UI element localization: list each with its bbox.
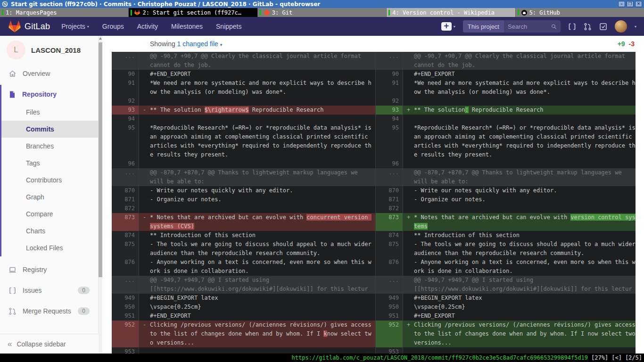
github-favicon bbox=[521, 10, 527, 16]
line-number[interactable]: 90 bbox=[112, 70, 139, 79]
tab-bar: 1: MarquesPages 2: Start git section (ff… bbox=[0, 8, 644, 17]
line-number[interactable]: 873 bbox=[112, 213, 139, 231]
chevron-down-icon[interactable]: ▾ bbox=[635, 25, 636, 29]
todos-icon[interactable] bbox=[599, 23, 607, 31]
sidebar-item-branches[interactable]: Branches bbox=[1, 138, 98, 155]
nav-groups[interactable]: Groups bbox=[102, 23, 124, 30]
sidebar-item-graph[interactable]: Graph bbox=[1, 189, 98, 206]
line-number[interactable]: 871 bbox=[376, 195, 403, 204]
sidebar-item-locked-files[interactable]: Locked Files bbox=[1, 239, 98, 256]
sidebar-item-registry[interactable]: Registry bbox=[0, 261, 98, 278]
sidebar-item-repository[interactable]: Repository bbox=[1, 85, 98, 104]
tab-3[interactable]: 3: Git bbox=[257, 8, 386, 17]
line-number[interactable]: 950 bbox=[376, 303, 403, 312]
line-number[interactable]: 953 bbox=[376, 347, 403, 354]
project-header[interactable]: L LASCON_2018 bbox=[0, 36, 98, 65]
sidebar-item-files[interactable]: Files bbox=[1, 104, 98, 121]
line-number[interactable]: 91 bbox=[112, 79, 139, 97]
sidebar-item-contributors[interactable]: Contributors bbox=[1, 172, 98, 189]
inline-diff-highlight: : bbox=[465, 107, 468, 113]
sidebar-item-compare[interactable]: Compare bbox=[1, 206, 98, 222]
chevron-down-icon: ▾ bbox=[454, 25, 455, 29]
scrollbar-up-arrow[interactable] bbox=[99, 37, 102, 40]
tab-1[interactable]: 1: MarquesPages bbox=[0, 8, 128, 17]
nav-snippets[interactable]: Snippets bbox=[216, 23, 241, 30]
scrollbar-thumb[interactable] bbox=[99, 42, 102, 277]
diff-code-cell: ** Introduction of this section bbox=[403, 231, 636, 240]
diff-code-cell: #+BEGIN_EXPORT latex bbox=[403, 294, 636, 303]
line-number[interactable]: 870 bbox=[112, 186, 139, 195]
line-number[interactable]: 875 bbox=[376, 240, 403, 258]
merge-request-icon[interactable] bbox=[584, 23, 592, 31]
sidebar-item-issues[interactable]: Issues 0 bbox=[0, 282, 98, 299]
nav-activity[interactable]: Activity bbox=[137, 23, 158, 30]
line-number[interactable]: 93 bbox=[112, 106, 139, 115]
tab-index-indicator: [2/5] bbox=[625, 354, 642, 361]
diff-row: 873+* Notes that are archived but can ev… bbox=[376, 213, 636, 231]
line-number[interactable]: 951 bbox=[112, 312, 139, 321]
gitlab-brand-name: GitLab bbox=[25, 22, 50, 32]
sidebar-item-tags[interactable]: Tags bbox=[1, 155, 98, 172]
line-number[interactable]: 874 bbox=[112, 231, 139, 240]
line-number[interactable]: 872 bbox=[376, 204, 403, 213]
line-number[interactable]: 949 bbox=[112, 294, 139, 303]
line-number[interactable]: 94 bbox=[112, 115, 139, 123]
maximize-button[interactable]: ❐ bbox=[627, 1, 634, 7]
line-number[interactable]: 93 bbox=[376, 106, 403, 115]
line-number[interactable]: 951 bbox=[376, 312, 403, 321]
diff-code-cell: -** The solution $\rightarrow$ Reproduci… bbox=[139, 106, 375, 115]
line-number[interactable]: 952 bbox=[376, 321, 403, 347]
line-number[interactable]: 876 bbox=[376, 258, 403, 276]
diff-code-cell: +* Notes that are archived but can evolv… bbox=[403, 213, 636, 231]
line-number[interactable]: 95 bbox=[112, 123, 139, 159]
nav-projects[interactable]: Projects▾ bbox=[61, 23, 89, 30]
sidebar-item-overview[interactable]: Overview bbox=[0, 65, 98, 82]
tab-2-selected[interactable]: 2: Start git section (ff927c… bbox=[128, 8, 257, 17]
sidebar-scrollbar[interactable] bbox=[99, 36, 102, 354]
line-number[interactable]: 96 bbox=[376, 159, 403, 168]
gitlab-brand[interactable]: GitLab bbox=[8, 21, 50, 33]
line-number[interactable]: 949 bbox=[376, 294, 403, 303]
line-number[interactable]: 90 bbox=[376, 70, 403, 79]
issues-icon[interactable] bbox=[568, 23, 576, 31]
minimize-button[interactable]: – bbox=[618, 1, 625, 7]
user-avatar[interactable] bbox=[615, 20, 627, 33]
line-number[interactable]: 872 bbox=[112, 204, 139, 213]
line-number[interactable]: 875 bbox=[112, 240, 139, 258]
line-number: ... bbox=[376, 168, 403, 186]
line-number[interactable]: 953 bbox=[112, 347, 139, 354]
sidebar-item-charts[interactable]: Charts bbox=[1, 222, 98, 239]
diff-row: 871- Organize our notes. bbox=[112, 195, 375, 204]
collapse-sidebar-button[interactable]: « Collapse sidebar bbox=[0, 334, 99, 354]
line-number[interactable]: 92 bbox=[376, 97, 403, 106]
tab-4[interactable]: 4: Version control - Wikipedia bbox=[386, 8, 515, 17]
changed-files-link[interactable]: 1 changed file ▾ bbox=[177, 40, 223, 48]
line-number[interactable]: 96 bbox=[112, 159, 139, 168]
line-number[interactable]: 952 bbox=[112, 321, 139, 347]
line-number[interactable]: 876 bbox=[112, 258, 139, 276]
line-number[interactable]: 873 bbox=[376, 213, 403, 231]
diff-code-cell bbox=[139, 159, 375, 168]
line-number[interactable]: 95 bbox=[376, 123, 403, 159]
inline-diff-highlight: k bbox=[323, 330, 327, 337]
sidebar-item-commits[interactable]: Commits bbox=[1, 121, 98, 138]
nav-milestones[interactable]: Milestones bbox=[171, 23, 203, 30]
issues-count-badge: 0 bbox=[78, 287, 90, 294]
line-number[interactable]: 874 bbox=[376, 231, 403, 240]
search-input[interactable] bbox=[508, 23, 551, 30]
new-menu-button[interactable]: + ▾ bbox=[441, 22, 455, 31]
diff-row: 876- Anyone working on a text is concern… bbox=[112, 258, 375, 276]
diff-stats: +9 -3 bbox=[618, 40, 635, 48]
line-number[interactable]: 92 bbox=[112, 97, 139, 106]
line-number[interactable]: 94 bbox=[376, 115, 403, 123]
diff-code-cell bbox=[139, 347, 375, 354]
sidebar-item-merge-requests[interactable]: Merge Requests 0 bbox=[0, 303, 98, 320]
line-number[interactable]: 871 bbox=[112, 195, 139, 204]
line-number[interactable]: 91 bbox=[376, 79, 403, 97]
close-button[interactable]: ✕ bbox=[635, 1, 642, 7]
line-number[interactable]: 870 bbox=[376, 186, 403, 195]
inline-diff-highlight: $\rightarrow$ bbox=[205, 107, 249, 113]
line-number[interactable]: 950 bbox=[112, 303, 139, 312]
tab-5[interactable]: 5: GitHub bbox=[515, 8, 644, 17]
chevron-down-icon: ▾ bbox=[87, 25, 89, 29]
